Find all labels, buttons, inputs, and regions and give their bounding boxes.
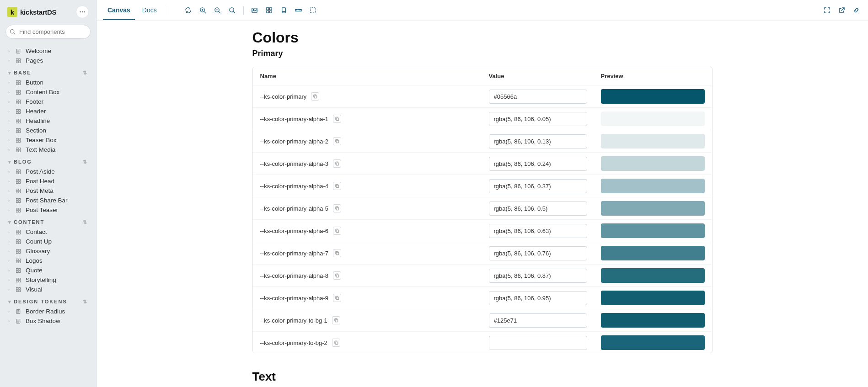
sidebar-item-footer[interactable]: ›Footer xyxy=(5,97,91,106)
token-value-input[interactable] xyxy=(489,224,587,238)
sidebar-item-label: Post Aside xyxy=(26,168,55,175)
sidebar-item-button[interactable]: ›Button xyxy=(5,78,91,87)
background-button[interactable] xyxy=(249,5,260,16)
sidebar-item-text-media[interactable]: ›Text Media xyxy=(5,145,91,154)
sidebar-header: k kickstartDS xyxy=(5,5,91,18)
copy-button[interactable] xyxy=(333,204,341,212)
color-swatch xyxy=(601,156,705,171)
sidebar-group-blog[interactable]: ▾BLOG⇅ xyxy=(5,154,91,167)
sidebar-item-count-up[interactable]: ›Count Up xyxy=(5,237,91,246)
sidebar-item-storytelling[interactable]: ›Storytelling xyxy=(5,275,91,285)
grid-icon xyxy=(16,188,22,194)
sidebar-item-pages[interactable]: ›Pages xyxy=(5,56,91,65)
copy-button[interactable] xyxy=(332,316,340,324)
grid-icon xyxy=(16,169,22,175)
token-value-input[interactable] xyxy=(489,313,587,328)
zoom-in-button[interactable] xyxy=(198,5,209,16)
grid-button[interactable] xyxy=(264,5,275,16)
sidebar-item-teaser-box[interactable]: ›Teaser Box xyxy=(5,135,91,145)
sort-icon[interactable]: ⇅ xyxy=(83,299,88,305)
token-name: --ks-color-primary-alpha-9 xyxy=(260,294,489,302)
copy-button[interactable] xyxy=(333,227,341,235)
token-row: --ks-color-primary-to-bg-2 xyxy=(253,332,712,353)
svg-rect-12 xyxy=(19,61,21,63)
token-value-input[interactable] xyxy=(489,90,587,104)
svg-rect-57 xyxy=(16,198,18,200)
copy-link-button[interactable] xyxy=(851,5,862,16)
sidebar-item-post-share-bar[interactable]: ›Post Share Bar xyxy=(5,196,91,205)
sidebar-item-border-radius[interactable]: ›Border Radius xyxy=(5,307,91,316)
sidebar-item-post-head[interactable]: ›Post Head xyxy=(5,176,91,186)
sidebar-item-post-aside[interactable]: ›Post Aside xyxy=(5,167,91,176)
page-title: Colors xyxy=(252,29,713,46)
token-value-input[interactable] xyxy=(489,291,587,305)
logo[interactable]: k kickstartDS xyxy=(7,7,56,17)
token-row: --ks-color-primary-alpha-9 xyxy=(253,287,712,309)
svg-rect-17 xyxy=(16,90,18,92)
copy-button[interactable] xyxy=(333,182,341,190)
outline-button[interactable] xyxy=(308,5,319,16)
sidebar-item-glossary[interactable]: ›Glossary xyxy=(5,246,91,256)
open-new-tab-button[interactable] xyxy=(836,5,847,16)
sidebar-item-header[interactable]: ›Header xyxy=(5,106,91,116)
sidebar-item-post-meta[interactable]: ›Post Meta xyxy=(5,186,91,196)
grid-icon xyxy=(16,147,22,153)
token-row: --ks-color-primary-alpha-5 xyxy=(253,197,712,220)
sidebar-group-base[interactable]: ▾BASE⇅ xyxy=(5,65,91,78)
sort-icon[interactable]: ⇅ xyxy=(83,159,88,165)
token-name: --ks-color-primary-alpha-6 xyxy=(260,227,489,235)
sort-icon[interactable]: ⇅ xyxy=(83,219,88,225)
token-value-input[interactable] xyxy=(489,246,587,260)
zoom-reset-button[interactable] xyxy=(227,5,238,16)
fullscreen-button[interactable] xyxy=(821,5,832,16)
sort-icon[interactable]: ⇅ xyxy=(83,70,88,76)
copy-button[interactable] xyxy=(333,159,341,168)
sidebar-item-content-box[interactable]: ›Content Box xyxy=(5,87,91,97)
svg-rect-25 xyxy=(16,109,18,111)
menu-button[interactable] xyxy=(76,5,89,18)
svg-rect-71 xyxy=(16,242,18,244)
sidebar-item-welcome[interactable]: ›Welcome xyxy=(5,46,91,56)
refresh-button[interactable] xyxy=(183,5,194,16)
copy-button[interactable] xyxy=(332,339,340,347)
sidebar-item-contact[interactable]: ›Contact xyxy=(5,227,91,237)
sidebar-item-quote[interactable]: ›Quote xyxy=(5,265,91,275)
zoom-out-button[interactable] xyxy=(212,5,223,16)
sidebar-item-headline[interactable]: ›Headline xyxy=(5,116,91,126)
token-value-input[interactable] xyxy=(489,112,587,126)
token-value-input[interactable] xyxy=(489,179,587,193)
token-preview xyxy=(601,291,705,305)
sidebar-item-label: Post Teaser xyxy=(26,207,58,213)
copy-button[interactable] xyxy=(333,115,341,123)
search-input-container[interactable]: / xyxy=(5,25,91,39)
sidebar-item-section[interactable]: ›Section xyxy=(5,126,91,135)
token-name: --ks-color-primary-alpha-5 xyxy=(260,204,489,212)
chevron-right-icon: › xyxy=(8,287,12,292)
token-value-input[interactable] xyxy=(489,157,587,171)
token-value-input[interactable] xyxy=(489,269,587,283)
svg-rect-130 xyxy=(336,230,339,233)
sidebar-item-visual[interactable]: ›Visual xyxy=(5,285,91,294)
search-input[interactable] xyxy=(17,27,96,37)
token-row: --ks-color-primary-alpha-2 xyxy=(253,130,712,153)
sidebar-item-logos[interactable]: ›Logos xyxy=(5,256,91,265)
copy-button[interactable] xyxy=(333,249,341,257)
sidebar-item-box-shadow[interactable]: ›Box Shadow xyxy=(5,316,91,326)
tab-docs[interactable]: Docs xyxy=(138,1,161,20)
svg-rect-30 xyxy=(19,119,21,121)
svg-rect-15 xyxy=(16,83,18,85)
copy-button[interactable] xyxy=(311,92,319,101)
viewport-button[interactable] xyxy=(279,5,289,16)
tab-canvas[interactable]: Canvas xyxy=(103,1,135,20)
copy-button[interactable] xyxy=(333,137,341,145)
copy-button[interactable] xyxy=(333,271,341,280)
token-value-input[interactable] xyxy=(489,336,587,350)
copy-button[interactable] xyxy=(333,294,341,302)
sidebar-item-post-teaser[interactable]: ›Post Teaser xyxy=(5,205,91,215)
measure-button[interactable] xyxy=(293,5,304,16)
sidebar-group-content[interactable]: ▾CONTENT⇅ xyxy=(5,215,91,227)
token-value xyxy=(489,246,601,260)
sidebar-group-design-tokens[interactable]: ▾DESIGN TOKENS⇅ xyxy=(5,294,91,307)
token-value-input[interactable] xyxy=(489,134,587,148)
token-value-input[interactable] xyxy=(489,201,587,216)
